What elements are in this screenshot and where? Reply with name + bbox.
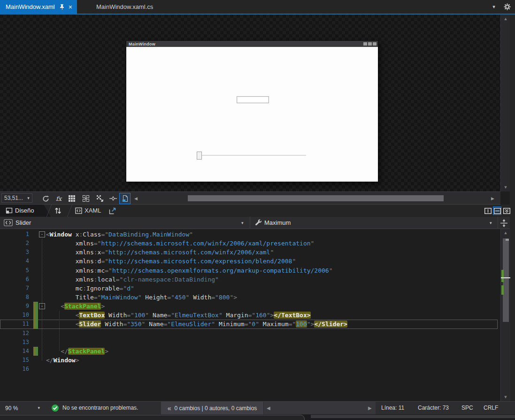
problems-status-text[interactable]: No se encontraron problemas.	[62, 402, 138, 414]
close-icon[interactable]: ×	[69, 4, 72, 10]
code-token: =	[127, 312, 131, 319]
code-token: "	[105, 231, 108, 238]
snaplines-icon[interactable]	[108, 193, 118, 204]
preview-slider-track[interactable]	[201, 155, 306, 156]
code-token: :	[94, 267, 98, 274]
tab-mainwindow-xaml[interactable]: MainWindow.xaml ×	[0, 0, 77, 14]
code-token: 350	[131, 321, 141, 328]
code-token: Height	[145, 294, 167, 301]
project-code-icon[interactable]	[119, 193, 131, 204]
code-token: http://schemas.openxmlformats.org/markup…	[112, 267, 329, 274]
scroll-up-icon[interactable]: ▲	[501, 17, 510, 21]
code-line[interactable]: 13	[0, 338, 498, 347]
code-line[interactable]: 14 </StackPanel>	[0, 347, 498, 356]
refresh-icon[interactable]	[40, 193, 51, 204]
window-options-button[interactable]	[501, 0, 513, 14]
horizontal-split-icon[interactable]	[493, 206, 501, 215]
editor-horizontal-scrollbar[interactable]: ◀ ▶	[264, 402, 376, 414]
code-token	[46, 348, 61, 355]
xaml-tab-label[interactable]: XAML	[85, 205, 101, 217]
code-token: http://schemas.microsoft.com/winfx/2006/…	[101, 240, 310, 247]
selected-property-name: Maximum	[264, 217, 291, 229]
code-line[interactable]: 11 <Slider Width="350" Name="ElmeuSlider…	[0, 320, 498, 328]
code-line[interactable]: 5 xmlns:mc="http://schemas.openxmlformat…	[0, 266, 498, 275]
codelens-changes[interactable]: « 0 cambios | 0 autores, 0 cambios	[161, 402, 263, 414]
code-token: =	[211, 294, 215, 301]
show-grid-icon[interactable]	[67, 193, 77, 204]
code-token: =	[167, 294, 171, 301]
code-token: Class	[83, 231, 101, 238]
code-token: "	[189, 231, 193, 238]
minimize-icon	[363, 42, 367, 46]
code-token	[189, 294, 193, 301]
designer-vertical-scrollbar[interactable]: ▲ ▼	[500, 15, 510, 191]
popout-icon[interactable]	[109, 207, 116, 214]
scroll-down-icon[interactable]: ▼	[501, 185, 510, 190]
caret-column-indicator[interactable]: Carácter: 73	[418, 402, 449, 414]
design-view-icon	[6, 207, 13, 214]
designer-hscroll-thumb[interactable]	[188, 195, 444, 201]
designer-hscroll-left[interactable]: ◀	[134, 192, 138, 205]
designer-artboard[interactable]: MainWindow	[0, 15, 500, 191]
collapse-pane-icon[interactable]	[502, 206, 511, 215]
tab-mainwindow-xaml-cs[interactable]: MainWindow.xaml.cs	[90, 0, 160, 14]
line-number: 3	[0, 248, 29, 257]
code-token: 0	[252, 321, 255, 328]
code-line[interactable]: 16	[0, 365, 498, 374]
code-token	[145, 321, 149, 328]
code-line[interactable]: 10 <TextBox Width="100" Name="ElmeuTextB…	[0, 311, 498, 320]
scroll-down-icon[interactable]: ▼	[501, 395, 510, 399]
code-line[interactable]: 1-<Window x:Class="DataBinding.MainWindo…	[0, 230, 498, 239]
code-line[interactable]: 9- <StackPanel>	[0, 302, 498, 311]
editor-zoom-combo[interactable]: 90 % ▾	[1, 403, 40, 413]
property-combo[interactable]: Maximum ▾	[250, 217, 497, 229]
artboard-background-icon[interactable]	[95, 193, 105, 204]
scroll-right-icon[interactable]: ▶	[368, 402, 372, 414]
pin-icon[interactable]	[59, 4, 64, 10]
caret-line-indicator[interactable]: Línea: 11	[381, 402, 404, 414]
preview-textbox-control[interactable]	[237, 96, 269, 103]
editor-vertical-scrollbar[interactable]: ▲ ▼	[500, 229, 510, 401]
designer-hscroll-right[interactable]: ▶	[491, 192, 494, 205]
code-line[interactable]: 7 mc:Ignorable="d"	[0, 284, 498, 293]
snap-grid-icon[interactable]	[81, 193, 91, 204]
chevron-down-icon: ▾	[492, 4, 495, 10]
code-line[interactable]: 12	[0, 329, 498, 338]
code-line[interactable]: 3 xmlns:x="http://schemas.microsoft.com/…	[0, 248, 498, 257]
scrollbar-change-mark	[501, 285, 504, 295]
code-text: </Window>	[46, 356, 79, 365]
swap-panes-icon[interactable]	[54, 207, 61, 214]
scroll-up-icon[interactable]: ▲	[501, 231, 510, 235]
code-token: mc	[98, 267, 105, 274]
xaml-code-editor[interactable]: 1-<Window x:Class="DataBinding.MainWindo…	[0, 229, 500, 401]
indent-mode-indicator[interactable]: SPC	[461, 402, 473, 414]
code-token: =	[105, 267, 108, 274]
code-token: d	[127, 285, 131, 292]
design-tab-label[interactable]: Diseño	[15, 205, 34, 217]
line-ending-indicator[interactable]: CRLF	[484, 402, 498, 414]
code-token: Window	[54, 357, 76, 364]
code-line[interactable]: 15</Window>	[0, 356, 498, 365]
code-line[interactable]: 6 xmlns:local="clr-namespace:DataBinding…	[0, 275, 498, 284]
tab-label: MainWindow.xaml.cs	[96, 3, 153, 10]
designer-zoom-combo[interactable]: 53,51... ▾	[1, 193, 32, 203]
no-problems-icon[interactable]	[52, 405, 59, 412]
preview-window[interactable]: MainWindow	[126, 40, 378, 182]
element-combo[interactable]: Slider ▾	[0, 217, 249, 229]
code-token	[46, 312, 76, 319]
code-line[interactable]: 8 Title="MainWindow" Height="450" Width=…	[0, 293, 498, 302]
vertical-split-icon[interactable]	[484, 206, 492, 215]
document-list-dropdown[interactable]: ▾	[488, 0, 500, 14]
code-text: <TextBox Width="100" Name="ElmeuTextBox"…	[46, 311, 311, 320]
pane-splitter-handle[interactable]	[498, 217, 510, 229]
code-line[interactable]: 4 xmlns:d="http://schemas.microsoft.com/…	[0, 257, 498, 266]
change-tracking-bar	[33, 302, 38, 311]
code-line[interactable]: 2 xmlns="http://schemas.microsoft.com/wi…	[0, 239, 498, 248]
status-bar: 90 % ▾ No se encontraron problemas. « 0 …	[0, 401, 515, 414]
preview-slider-thumb[interactable]	[197, 152, 202, 160]
scroll-left-icon[interactable]: ◀	[267, 402, 270, 414]
preview-titlebar: MainWindow	[126, 41, 378, 47]
effects-icon[interactable]: fx	[54, 193, 64, 204]
code-token: >	[233, 294, 237, 301]
fold-toggle[interactable]: -	[39, 231, 45, 237]
